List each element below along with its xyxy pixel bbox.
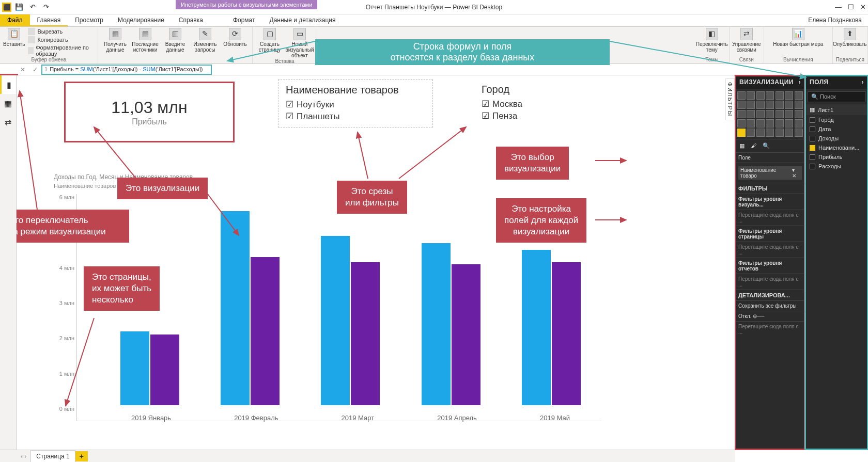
tab-modeling[interactable]: Моделирование	[111, 14, 172, 26]
add-page-button[interactable]: +	[75, 451, 88, 461]
viz-type-slicer-icon[interactable]	[737, 129, 746, 137]
fields-search-input[interactable]: 🔍 Поиск	[808, 91, 866, 102]
viz-type-icon[interactable]	[776, 101, 784, 109]
copy-button[interactable]: Копировать	[28, 36, 95, 43]
new-visual-button[interactable]: ▭Новый визуальный объект	[286, 28, 314, 58]
cancel-formula-icon[interactable]: ✕	[17, 66, 29, 73]
fields-pane-header[interactable]: ПОЛЯ›	[805, 75, 868, 89]
maximize-button[interactable]: ☐	[848, 3, 854, 11]
fields-tab-icon[interactable]: ▦	[739, 142, 745, 149]
table-header[interactable]: ▦Лист1	[805, 104, 868, 115]
format-tab-icon[interactable]: 🖌	[751, 142, 756, 149]
quick-measure-button[interactable]: 📊Новая быстрая мера	[767, 28, 829, 47]
viz-type-icon[interactable]	[766, 91, 774, 100]
viz-type-icon[interactable]	[737, 110, 746, 118]
field-row[interactable]: Наименовани...	[805, 143, 868, 152]
checkbox-icon[interactable]	[810, 126, 815, 132]
viz-type-icon[interactable]	[776, 110, 784, 118]
viz-type-icon[interactable]	[795, 129, 803, 137]
checkbox-icon[interactable]	[810, 145, 815, 151]
data-view-button[interactable]: ▦	[0, 94, 16, 113]
checkbox-icon[interactable]	[810, 117, 815, 123]
field-row[interactable]: Прибыль	[805, 152, 868, 162]
formula-bar: ✕ ✓ 1Прибыль = SUM('Лист1'[Доходы]) - SU…	[0, 64, 868, 75]
page-tab[interactable]: Страница 1	[30, 450, 75, 462]
viz-type-icon[interactable]	[747, 119, 755, 128]
field-row[interactable]: Расходы	[805, 162, 868, 171]
viz-type-icon[interactable]	[766, 101, 774, 109]
file-tab[interactable]: Файл	[0, 14, 30, 26]
format-painter-button[interactable]: Форматирование по образцу	[28, 44, 95, 57]
viz-type-icon[interactable]	[747, 110, 755, 118]
get-data-button[interactable]: ▦Получить данные	[101, 28, 129, 53]
svg-line-3	[208, 194, 239, 235]
viz-type-icon[interactable]	[737, 91, 746, 100]
close-button[interactable]: ✕	[860, 3, 866, 11]
filters-section-header[interactable]: ФИЛЬТРЫ	[735, 183, 805, 194]
analytics-tab-icon[interactable]: 🔍	[763, 142, 770, 149]
field-row[interactable]: Дата	[805, 124, 868, 134]
model-view-button[interactable]: ⇄	[0, 113, 16, 131]
edit-queries-button[interactable]: ✎Изменить запросы	[191, 28, 219, 53]
viz-type-icon[interactable]	[747, 101, 755, 109]
tab-data[interactable]: Данные и детализация	[262, 14, 343, 26]
viz-type-icon[interactable]	[795, 91, 803, 100]
publish-button[interactable]: ⬆Опубликовать	[836, 28, 864, 47]
viz-type-icon[interactable]	[766, 110, 774, 118]
undo-icon[interactable]: ↶	[27, 2, 38, 13]
tab-format[interactable]: Формат	[226, 14, 262, 26]
tab-home[interactable]: Главная	[30, 14, 68, 26]
field-row[interactable]: Доходы	[805, 134, 868, 143]
switch-theme-button[interactable]: ◧Переключить тему	[698, 28, 726, 53]
viz-type-icon[interactable]	[756, 129, 765, 137]
refresh-button[interactable]: ⟳Обновить	[221, 28, 249, 47]
viz-type-icon[interactable]	[795, 119, 803, 128]
field-well-label: Поле	[735, 152, 805, 163]
checkbox-icon[interactable]	[810, 164, 815, 169]
viz-type-icon[interactable]	[785, 101, 793, 109]
field-row[interactable]: Город	[805, 115, 868, 124]
viz-type-icon[interactable]	[737, 101, 746, 109]
redo-icon[interactable]: ↷	[40, 2, 52, 13]
annotation-visualizations: Это визуализации	[117, 178, 208, 199]
tab-help[interactable]: Справка	[172, 14, 210, 26]
viz-pane-header[interactable]: ВИЗУАЛИЗАЦИИ›	[735, 75, 805, 89]
user-name[interactable]: Елена Позднякова	[808, 17, 862, 24]
viz-type-icon[interactable]	[785, 119, 793, 128]
viz-type-icon[interactable]	[795, 110, 803, 118]
viz-type-icon[interactable]	[776, 91, 784, 100]
report-view-button[interactable]: ▮	[0, 75, 16, 94]
viz-type-icon[interactable]	[747, 91, 755, 100]
confirm-formula-icon[interactable]: ✓	[29, 66, 41, 73]
viz-type-icon[interactable]	[756, 91, 765, 100]
save-icon[interactable]: 💾	[13, 2, 25, 13]
new-page-button[interactable]: ▢Создать страницу	[256, 28, 284, 53]
tab-view[interactable]: Просмотр	[68, 14, 111, 26]
formula-input[interactable]: 1Прибыль = SUM('Лист1'[Доходы]) - SUM('Л…	[41, 65, 212, 75]
cut-button[interactable]: Вырезать	[28, 28, 95, 35]
filters-flyout-tab[interactable]: ФИЛЬТРЫ	[725, 78, 735, 120]
viz-type-icon[interactable]	[776, 119, 784, 128]
checkbox-icon[interactable]	[810, 136, 815, 141]
viz-type-icon[interactable]	[785, 129, 793, 137]
keep-filters-toggle[interactable]: Откл. ⊖──	[735, 311, 805, 321]
viz-type-icon[interactable]	[795, 101, 803, 109]
relations-button[interactable]: ⇄Управление связями	[733, 28, 761, 53]
viz-type-icon[interactable]	[756, 119, 765, 128]
viz-type-icon[interactable]	[766, 119, 774, 128]
viz-type-icon[interactable]	[747, 129, 755, 137]
report-canvas[interactable]: ФИЛЬТРЫ 11,03 млн Прибыль Наименование т…	[17, 75, 735, 450]
viz-type-icon[interactable]	[766, 129, 774, 137]
viz-type-icon[interactable]	[776, 129, 784, 137]
recent-sources-button[interactable]: ▤Последние источники	[131, 28, 159, 53]
checkbox-icon[interactable]	[810, 154, 815, 160]
viz-type-icon[interactable]	[785, 91, 793, 100]
enter-data-button[interactable]: ▥Введите данные	[161, 28, 189, 53]
viz-type-icon[interactable]	[785, 110, 793, 118]
minimize-button[interactable]: —	[835, 3, 842, 11]
viz-type-icon[interactable]	[756, 110, 765, 118]
field-pill[interactable]: Наименование товаро▾ ✕	[738, 166, 802, 180]
viz-type-icon[interactable]	[756, 101, 765, 109]
viz-type-icon[interactable]	[737, 119, 746, 128]
paste-button[interactable]: 📋Вставить	[3, 28, 25, 57]
